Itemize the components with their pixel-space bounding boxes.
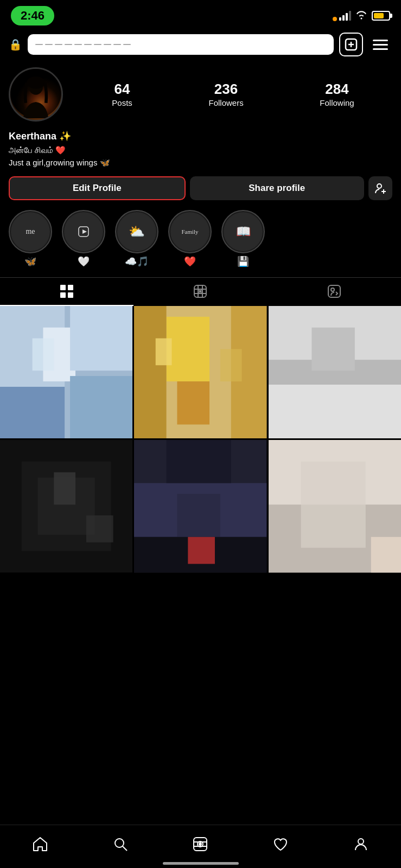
url-bar[interactable] <box>28 34 334 55</box>
svg-rect-46 <box>54 473 75 505</box>
reels-icon <box>193 284 208 299</box>
svg-rect-22 <box>328 285 340 297</box>
svg-marker-10 <box>82 229 87 234</box>
highlight-icon-me: me <box>26 227 35 236</box>
svg-rect-51 <box>177 494 220 537</box>
signal-bar-2 <box>342 15 345 21</box>
url-dash <box>74 44 82 45</box>
battery-icon <box>372 11 390 21</box>
tagged-icon <box>327 284 342 299</box>
tab-reels[interactable] <box>133 278 267 306</box>
following-count: 284 <box>320 81 354 97</box>
signal-bar-3 <box>346 13 348 21</box>
family-text-icon: Family <box>181 228 198 235</box>
svg-point-66 <box>358 839 364 844</box>
bottom-nav-home[interactable] <box>0 836 80 852</box>
svg-point-23 <box>331 288 334 291</box>
svg-point-5 <box>27 76 45 89</box>
url-dash <box>84 44 92 45</box>
followers-label: Followers <box>208 98 243 107</box>
status-icons <box>335 10 390 22</box>
svg-rect-33 <box>177 381 210 424</box>
bottom-nav-profile[interactable] <box>321 836 401 852</box>
photo-grid <box>0 306 401 573</box>
avatar-container[interactable] <box>9 67 63 122</box>
svg-rect-41 <box>269 385 401 438</box>
posts-count: 64 <box>112 81 132 97</box>
lock-icon: 🔒 <box>9 38 22 51</box>
svg-rect-36 <box>156 339 172 366</box>
profile-section: 64 Posts 236 Followers 284 Following Kee… <box>0 60 401 200</box>
svg-point-59 <box>115 839 124 847</box>
share-profile-button[interactable]: Share profile <box>190 176 365 200</box>
highlight-me[interactable]: me 🦋 <box>9 210 52 266</box>
tab-grid[interactable] <box>0 278 133 306</box>
svg-point-6 <box>377 184 381 188</box>
highlight-family[interactable]: Family ❤️ <box>168 210 212 266</box>
stat-posts[interactable]: 64 Posts <box>112 81 132 107</box>
highlight-inner-reels <box>64 212 103 251</box>
wifi-icon <box>355 10 367 22</box>
status-bar: 2:46 <box>0 0 401 29</box>
action-buttons: Edit Profile Share profile <box>9 176 392 200</box>
bottom-nav-reels[interactable] <box>161 836 241 852</box>
photo-cell-5[interactable] <box>134 440 266 572</box>
svg-rect-30 <box>33 339 54 371</box>
search-icon <box>112 836 129 852</box>
highlight-inner-me: me <box>11 212 50 251</box>
hamburger-menu[interactable] <box>368 33 392 56</box>
add-button[interactable] <box>339 33 363 56</box>
highlight-circle-me: me <box>9 210 52 253</box>
username: Keerthana ✨ <box>9 130 392 142</box>
bottom-nav-search[interactable] <box>80 836 161 852</box>
following-label: Following <box>320 98 354 107</box>
url-dash <box>94 44 101 45</box>
highlight-weather[interactable]: ⛅ ☁️🎵 <box>115 210 158 266</box>
highlight-label-family: ❤️ <box>184 257 196 266</box>
svg-rect-34 <box>134 306 167 438</box>
photo-cell-4[interactable] <box>0 440 132 572</box>
tab-tagged[interactable] <box>268 278 401 306</box>
highlight-inner-family: Family <box>170 212 209 251</box>
svg-rect-53 <box>188 537 215 564</box>
highlight-reels[interactable]: 🤍 <box>62 210 105 266</box>
svg-rect-37 <box>220 349 242 381</box>
highlight-label-weather: ☁️🎵 <box>125 257 149 266</box>
svg-rect-28 <box>70 306 132 371</box>
bio-section: Keerthana ✨ அன்பே சிவம் ❤️ Just a girl,g… <box>9 130 392 169</box>
photo-cell-1[interactable] <box>0 306 132 438</box>
svg-rect-29 <box>70 376 132 438</box>
notification-dot <box>333 17 337 21</box>
heart-icon <box>272 836 289 852</box>
stat-followers[interactable]: 236 Followers <box>208 81 243 107</box>
url-dash <box>113 44 121 45</box>
edit-profile-button[interactable]: Edit Profile <box>9 176 186 200</box>
battery-fill <box>374 13 384 18</box>
bio-line-2: Just a girl,growing wings 🦋 <box>9 157 392 169</box>
highlights-section: me 🦋 🤍 ⛅ ☁️🎵 Family <box>0 210 401 275</box>
status-time: 2:46 <box>11 6 54 25</box>
hamburger-line <box>373 44 388 46</box>
highlight-circle-family: Family <box>168 210 212 253</box>
grid-bottom-pad <box>0 573 401 622</box>
url-dash <box>104 44 111 45</box>
bottom-nav <box>0 825 401 868</box>
svg-rect-13 <box>60 292 66 298</box>
signal-bar-4 <box>349 11 351 21</box>
stat-following[interactable]: 284 Following <box>320 81 354 107</box>
url-dash <box>65 44 72 45</box>
svg-rect-27 <box>0 387 65 438</box>
home-icon <box>32 836 48 852</box>
photo-cell-2[interactable] <box>134 306 266 438</box>
photo-cell-3[interactable] <box>269 306 401 438</box>
highlight-circle-weather: ⛅ <box>115 210 158 253</box>
highlight-misc[interactable]: 📖 💾 <box>221 210 265 266</box>
highlight-circle-reels <box>62 210 105 253</box>
signal-bar-1 <box>339 17 341 21</box>
bottom-nav-heart[interactable] <box>240 836 321 852</box>
photo-cell-6[interactable] <box>269 440 401 572</box>
add-friend-button[interactable] <box>368 176 392 200</box>
highlight-label-misc: 💾 <box>237 257 249 266</box>
svg-line-60 <box>123 846 127 851</box>
cloud-sun-icon: ⛅ <box>129 224 145 239</box>
